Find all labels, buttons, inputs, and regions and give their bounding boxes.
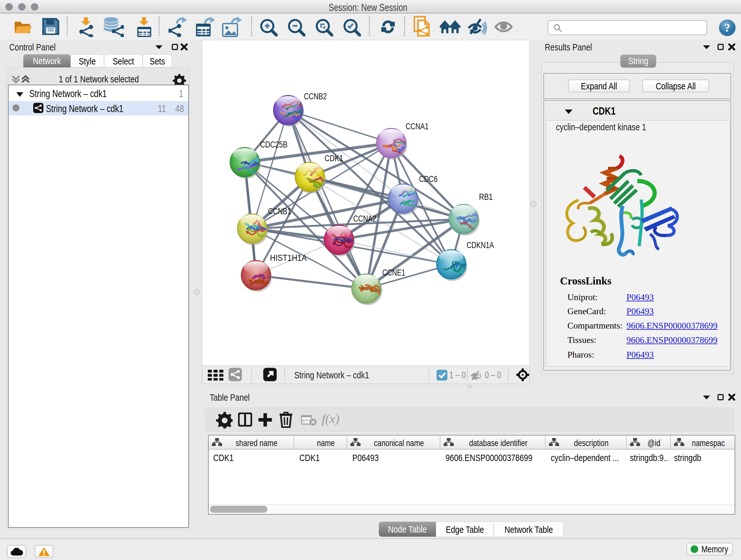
svg-text:CCNA1: CCNA1: [406, 122, 428, 131]
svg-text:CDK1: CDK1: [325, 153, 343, 163]
svg-text:CCNE1: CCNE1: [382, 268, 405, 277]
svg-text:RB1: RB1: [479, 192, 493, 202]
svg-text:CDC25B: CDC25B: [260, 140, 287, 149]
svg-text:CDKN1A: CDKN1A: [467, 240, 494, 250]
svg-text:CCNB2: CCNB2: [304, 91, 327, 101]
svg-text:?: ?: [724, 21, 730, 34]
svg-text:CDC6: CDC6: [419, 174, 437, 184]
svg-text:HIST1H1A: HIST1H1A: [270, 253, 307, 263]
svg-text:CCNB1: CCNB1: [268, 206, 291, 216]
svg-text:CCNA2: CCNA2: [353, 214, 376, 224]
